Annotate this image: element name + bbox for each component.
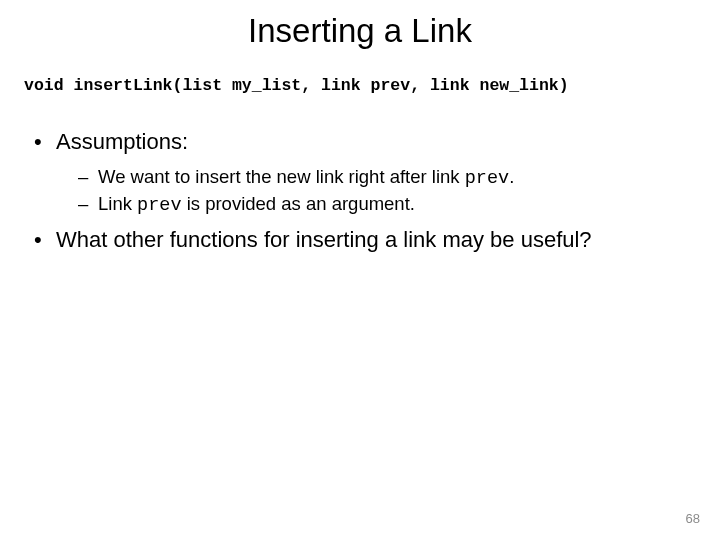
slide: Inserting a Link void insertLink(list my…	[0, 0, 720, 540]
sub-text: is provided as an argument.	[182, 193, 415, 214]
sub-text: We want to insert the new link right aft…	[98, 166, 465, 187]
sub-bullet-1: We want to insert the new link right aft…	[78, 165, 690, 191]
bullet-text: What other functions for inserting a lin…	[56, 227, 592, 252]
sub-text: .	[509, 166, 514, 187]
bullet-question: What other functions for inserting a lin…	[34, 227, 690, 253]
code-inline: prev	[137, 195, 181, 216]
code-inline: prev	[465, 168, 509, 189]
function-signature: void insertLink(list my_list, link prev,…	[24, 76, 690, 95]
sub-text: Link	[98, 193, 137, 214]
bullet-assumptions: Assumptions: We want to insert the new l…	[34, 129, 690, 217]
page-number: 68	[686, 511, 700, 526]
bullet-text: Assumptions:	[56, 129, 188, 154]
sub-bullet-list: We want to insert the new link right aft…	[78, 165, 690, 217]
slide-title: Inserting a Link	[30, 12, 690, 50]
sub-bullet-2: Link prev is provided as an argument.	[78, 192, 690, 218]
bullet-list: Assumptions: We want to insert the new l…	[34, 129, 690, 253]
